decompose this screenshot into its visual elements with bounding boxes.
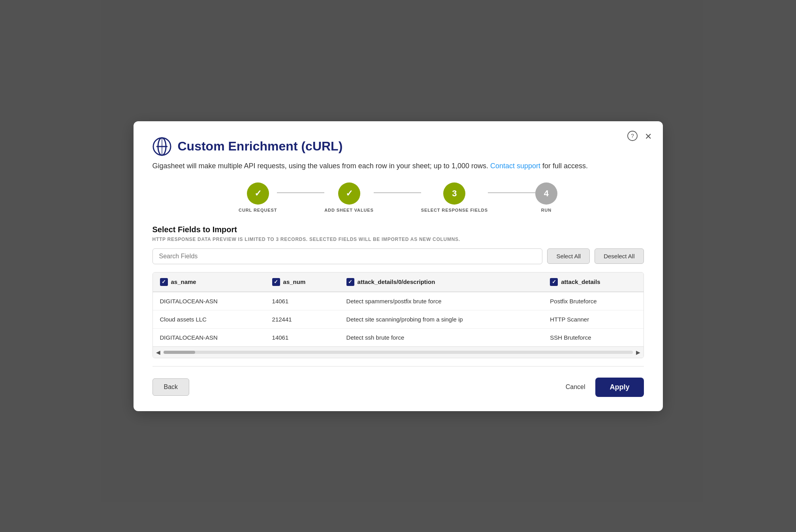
step-run: 4 RUN	[535, 182, 557, 212]
data-table: as_name as_num	[153, 273, 644, 346]
table-row: Cloud assets LLC 212441 Detect site scan…	[153, 310, 644, 328]
checkbox-as-num[interactable]	[272, 278, 280, 286]
step-circle-4: 4	[535, 182, 557, 205]
cell-as-num-3: 14061	[265, 328, 339, 346]
table-row: DIGITALOCEAN-ASN 14061 Detect spammers/p…	[153, 292, 644, 310]
scroll-left-arrow[interactable]: ◀	[154, 349, 162, 355]
step-line-3	[488, 192, 535, 193]
apply-button[interactable]: Apply	[595, 378, 644, 397]
cell-as-num-2: 212441	[265, 310, 339, 328]
step-line-1	[277, 192, 324, 193]
step-label-4: RUN	[541, 208, 551, 212]
scrollbar-thumb[interactable]	[164, 351, 195, 354]
cell-as-name-1: DIGITALOCEAN-ASN	[153, 292, 265, 310]
col-header-as-num[interactable]: as_num	[265, 273, 339, 292]
modal-top-icons: ? ✕	[627, 131, 652, 143]
cell-as-num-1: 14061	[265, 292, 339, 310]
table-row: DIGITALOCEAN-ASN 14061 Detect ssh brute …	[153, 328, 644, 346]
cell-attack-partial-1: Postfix Bruteforce	[543, 292, 643, 310]
footer-right-actions: Cancel Apply	[563, 378, 644, 397]
cell-attack-desc-1: Detect spammers/postfix brute force	[339, 292, 543, 310]
table-scroll[interactable]: as_name as_num	[153, 273, 644, 346]
step-label-1: CURL REQUEST	[239, 208, 277, 212]
step-circle-1: ✓	[247, 182, 269, 205]
col-header-attack-partial[interactable]: attack_details	[543, 273, 643, 292]
select-all-button[interactable]: Select All	[547, 248, 590, 264]
cell-attack-partial-3: SSH Bruteforce	[543, 328, 643, 346]
checkbox-attack-partial[interactable]	[550, 278, 558, 286]
checkbox-as-name[interactable]	[160, 278, 168, 286]
step-label-2: ADD SHEET VALUES	[324, 208, 374, 212]
contact-support-link[interactable]: Contact support	[490, 162, 540, 170]
footer-divider	[152, 366, 644, 367]
modal-footer: Back Cancel Apply	[152, 378, 644, 397]
search-row: Select All Deselect All	[152, 248, 644, 264]
modal-subtitle: Gigasheet will make multiple API request…	[152, 161, 644, 171]
col-header-as-name[interactable]: as_name	[153, 273, 265, 292]
cell-attack-partial-2: HTTP Scanner	[543, 310, 643, 328]
modal-title: Custom Enrichment (cURL)	[178, 139, 343, 154]
cell-as-name-3: DIGITALOCEAN-ASN	[153, 328, 265, 346]
svg-text:?: ?	[631, 133, 634, 139]
help-icon[interactable]: ?	[627, 131, 638, 143]
checkbox-attack-desc[interactable]	[346, 278, 354, 286]
step-label-3: SELECT RESPONSE FIELDS	[421, 208, 488, 212]
scrollbar-track[interactable]	[164, 351, 633, 354]
table-wrapper: as_name as_num	[152, 272, 644, 358]
section-note: HTTP RESPONSE DATA PREVIEW IS LIMITED TO…	[152, 237, 644, 242]
cancel-button[interactable]: Cancel	[563, 379, 589, 395]
horizontal-scrollbar[interactable]: ◀ ▶	[153, 346, 644, 358]
modal-overlay: ? ✕ Custom Enrichment (cURL) Gigasheet w…	[0, 0, 796, 532]
step-curl-request: ✓ CURL REQUEST	[239, 182, 277, 212]
close-icon[interactable]: ✕	[645, 132, 652, 141]
cell-as-name-2: Cloud assets LLC	[153, 310, 265, 328]
modal-container: ? ✕ Custom Enrichment (cURL) Gigasheet w…	[134, 121, 663, 411]
step-circle-3: 3	[443, 182, 465, 205]
step-circle-2: ✓	[338, 182, 360, 205]
modal-header: Custom Enrichment (cURL)	[152, 137, 644, 156]
step-add-sheet-values: ✓ ADD SHEET VALUES	[324, 182, 374, 212]
search-input[interactable]	[152, 248, 543, 264]
scroll-right-arrow[interactable]: ▶	[634, 349, 642, 355]
table-header-row: as_name as_num	[153, 273, 644, 292]
section-title: Select Fields to Import	[152, 225, 644, 234]
back-button[interactable]: Back	[152, 378, 190, 396]
col-header-attack-desc[interactable]: attack_details/0/description	[339, 273, 543, 292]
cell-attack-desc-3: Detect ssh brute force	[339, 328, 543, 346]
enrichment-icon	[152, 137, 171, 156]
stepper: ✓ CURL REQUEST ✓ ADD SHEET VALUES 3 SELE…	[152, 182, 644, 212]
step-select-response-fields: 3 SELECT RESPONSE FIELDS	[421, 182, 488, 212]
deselect-all-button[interactable]: Deselect All	[595, 248, 644, 264]
cell-attack-desc-2: Detect site scanning/probing from a sing…	[339, 310, 543, 328]
step-line-2	[374, 192, 421, 193]
